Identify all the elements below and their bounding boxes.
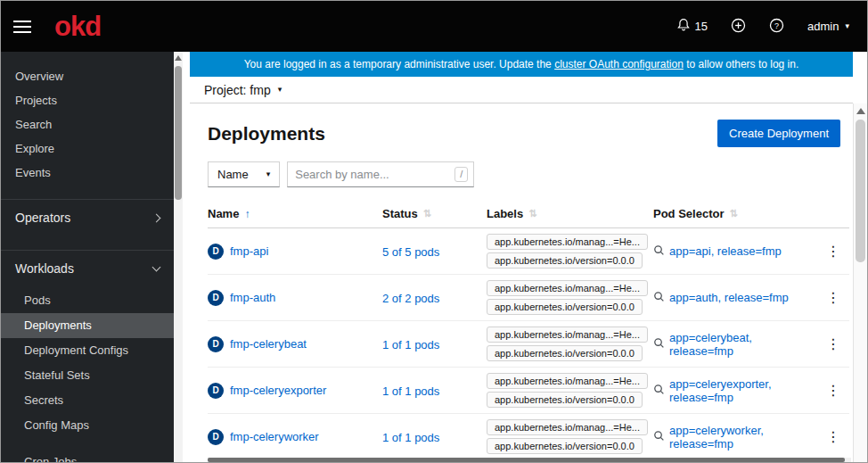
deployment-name-link[interactable]: fmp-celeryworker: [230, 430, 319, 443]
deployment-name-link[interactable]: fmp-celeryexporter: [230, 384, 326, 397]
table-row: D fmp-api 5 of 5 pods app.kubernetes.io/…: [208, 228, 849, 275]
kebab-menu-button[interactable]: ⋮: [817, 334, 849, 355]
section-label: Operators: [15, 211, 70, 225]
sidebar-item-pods[interactable]: Pods: [1, 288, 174, 313]
pod-selector-link[interactable]: app=celerybeat, release=fmp: [669, 331, 817, 358]
search-input[interactable]: [295, 168, 454, 181]
project-dropdown[interactable]: Project: fmp ▾: [204, 83, 282, 97]
pod-selector-link[interactable]: app=celeryworker, release=fmp: [669, 424, 817, 451]
deployment-name-link[interactable]: fmp-celerybeat: [230, 337, 307, 351]
column-label: Pod Selector: [653, 207, 724, 220]
filter-toolbar: Name ▾ /: [208, 161, 853, 187]
sidebar-item-explore[interactable]: Explore: [1, 136, 174, 161]
horizontal-scrollbar[interactable]: [208, 458, 851, 462]
column-header-pod-selector[interactable]: Pod Selector ⇅: [653, 207, 817, 220]
sidebar-item-overview[interactable]: Overview: [1, 64, 174, 88]
question-circle-icon: ?: [769, 18, 784, 36]
deployment-badge-icon: D: [208, 290, 224, 306]
sidebar-section-workloads[interactable]: Workloads: [1, 250, 174, 286]
sidebar-top-list: OverviewProjectsSearchExploreEvents: [1, 52, 174, 185]
deployments-page: Deployments Create Deployment Name ▾ /: [190, 103, 853, 462]
column-header-name[interactable]: Name ↑: [208, 207, 382, 220]
kebab-menu-button[interactable]: ⋮: [817, 241, 849, 262]
project-bar: Project: fmp ▾: [190, 77, 853, 103]
sidebar-workloads-list: PodsDeploymentsDeployment ConfigsStatefu…: [1, 288, 174, 462]
kebab-menu-button[interactable]: ⋮: [817, 380, 849, 401]
pods-status-link[interactable]: 5 of 5 pods: [382, 245, 439, 259]
resource-name-cell: D fmp-celeryexporter: [208, 383, 382, 399]
search-shortcut-hint: /: [454, 167, 468, 182]
kebab-menu-button[interactable]: ⋮: [817, 426, 849, 448]
sort-icon: ⇅: [528, 208, 536, 219]
sidebar-item-projects[interactable]: Projects: [1, 88, 174, 112]
banner-text-before: You are logged in as a temporary adminis…: [244, 58, 554, 70]
notification-count: 15: [695, 20, 708, 33]
pods-status-link[interactable]: 2 of 2 pods: [382, 292, 439, 305]
label-pill: app.kubernetes.io/manag...=He...: [487, 419, 648, 435]
filter-type-label: Name: [217, 168, 249, 181]
pod-selector-link[interactable]: app=auth, release=fmp: [669, 291, 789, 304]
sidebar-scrollbar-thumb[interactable]: [175, 66, 182, 200]
scroll-up-arrow-icon[interactable]: [856, 108, 865, 114]
pods-status-link[interactable]: 1 of 1 pods: [382, 338, 439, 351]
section-label: Workloads: [15, 261, 74, 276]
sidebar-item-secrets[interactable]: Secrets: [1, 388, 174, 413]
add-plus-button[interactable]: [731, 18, 746, 36]
pod-selector-cell: app=celeryworker, release=fmp: [653, 424, 817, 451]
page-title: Deployments: [208, 123, 325, 145]
sidebar-item-deployments[interactable]: Deployments: [1, 313, 174, 338]
resource-name-cell: D fmp-celeryworker: [208, 429, 382, 445]
sidebar-nav: OverviewProjectsSearchExploreEvents Oper…: [1, 52, 174, 462]
column-header-status[interactable]: Status ⇅: [382, 207, 487, 220]
label-pill: app.kubernetes.io/version=0.0.0: [487, 252, 643, 269]
sidebar-scrollbar[interactable]: [174, 52, 183, 462]
help-button[interactable]: ?: [769, 18, 784, 36]
pods-status-link[interactable]: 1 of 1 pods: [382, 384, 439, 398]
labels-cell: app.kubernetes.io/manag...=He...app.kube…: [487, 368, 653, 413]
deployment-badge-icon: D: [208, 244, 224, 260]
scroll-up-arrow-icon[interactable]: [175, 55, 182, 61]
sidebar-item-config-maps[interactable]: Config Maps: [1, 413, 174, 438]
vertical-scrollbar[interactable]: [853, 103, 867, 462]
masthead-toolbar: 15 ? admin ▾: [676, 18, 849, 36]
table-row: D fmp-auth 2 of 2 pods app.kubernetes.io…: [208, 275, 849, 321]
sort-icon: ⇅: [729, 208, 737, 219]
labels-cell: app.kubernetes.io/manag...=He...app.kube…: [487, 321, 653, 367]
pod-selector-link[interactable]: app=api, release=fmp: [669, 244, 782, 258]
horizontal-scrollbar-thumb[interactable]: [208, 458, 845, 462]
sidebar-section-operators[interactable]: Operators: [1, 199, 174, 236]
sort-icon: ⇅: [423, 208, 431, 219]
column-label: Name: [208, 207, 239, 220]
pod-selector-link[interactable]: app=celeryexporter, release=fmp: [669, 377, 817, 404]
search-box: /: [287, 161, 474, 187]
deployment-badge-icon: D: [208, 383, 224, 399]
pods-status-link[interactable]: 1 of 1 pods: [382, 431, 439, 444]
sidebar-item-cron-jobs[interactable]: Cron Jobs: [1, 450, 174, 462]
sidebar-item-deployment-configs[interactable]: Deployment Configs: [1, 338, 174, 363]
vertical-scrollbar-thumb[interactable]: [856, 120, 865, 262]
pod-selector-cell: app=auth, release=fmp: [653, 290, 817, 306]
deployment-name-link[interactable]: fmp-api: [230, 244, 268, 258]
sidebar-item-events[interactable]: Events: [1, 161, 174, 185]
okd-logo[interactable]: okd: [54, 12, 101, 40]
hamburger-menu-button[interactable]: [13, 21, 31, 33]
sidebar-item-search[interactable]: Search: [1, 112, 174, 136]
filter-type-dropdown[interactable]: Name ▾: [208, 161, 280, 187]
table-row: D fmp-celeryexporter 1 of 1 pods app.kub…: [208, 368, 849, 414]
create-deployment-button[interactable]: Create Deployment: [717, 120, 840, 147]
app-window: okd 15 ? admin ▾: [0, 0, 868, 463]
sidebar-item-stateful-sets[interactable]: Stateful Sets: [1, 363, 174, 388]
chevron-down-icon: ▾: [278, 86, 283, 94]
plus-circle-icon: [731, 18, 746, 36]
cluster-oauth-configuration-link[interactable]: cluster OAuth configuration: [554, 58, 684, 70]
label-pill: app.kubernetes.io/version=0.0.0: [487, 438, 643, 454]
user-menu[interactable]: admin ▾: [807, 20, 849, 33]
status-cell: 1 of 1 pods: [382, 429, 487, 445]
user-name: admin: [807, 20, 839, 33]
kebab-menu-button[interactable]: ⋮: [817, 287, 849, 309]
column-header-labels[interactable]: Labels ⇅: [487, 207, 653, 220]
notifications-button[interactable]: 15: [676, 18, 708, 35]
label-pill: app.kubernetes.io/version=0.0.0: [487, 299, 643, 315]
deployment-name-link[interactable]: fmp-auth: [230, 291, 275, 304]
label-pill: app.kubernetes.io/manag...=He...: [487, 280, 648, 296]
